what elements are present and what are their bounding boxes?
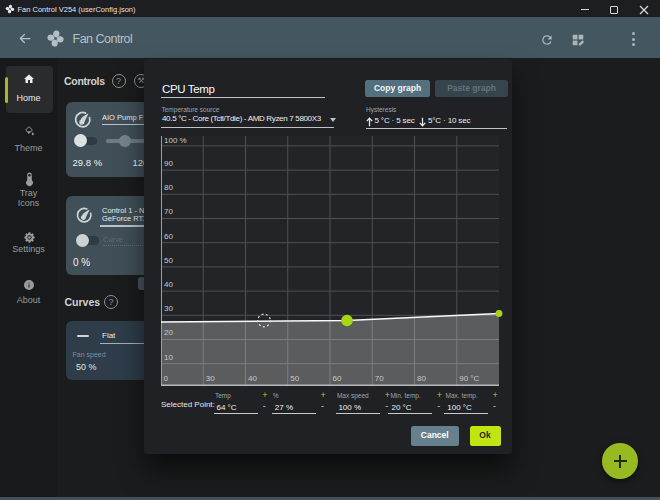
svg-text:50: 50 <box>290 374 299 383</box>
svg-text:90: 90 <box>164 159 173 168</box>
svg-text:30: 30 <box>206 374 215 383</box>
svg-text:90 °C: 90 °C <box>459 374 479 383</box>
svg-text:40: 40 <box>248 374 257 383</box>
svg-text:10: 10 <box>164 352 173 361</box>
svg-text:30: 30 <box>164 304 173 313</box>
svg-text:50: 50 <box>164 255 173 264</box>
svg-text:70: 70 <box>164 207 173 216</box>
svg-text:20: 20 <box>164 328 173 337</box>
svg-text:40: 40 <box>164 280 173 289</box>
svg-text:60: 60 <box>164 231 173 240</box>
svg-text:80: 80 <box>164 183 173 192</box>
svg-text:0: 0 <box>164 374 169 383</box>
svg-text:60: 60 <box>333 374 342 383</box>
svg-text:100 %: 100 % <box>164 136 187 145</box>
svg-text:80: 80 <box>417 374 426 383</box>
svg-text:70: 70 <box>375 374 384 383</box>
